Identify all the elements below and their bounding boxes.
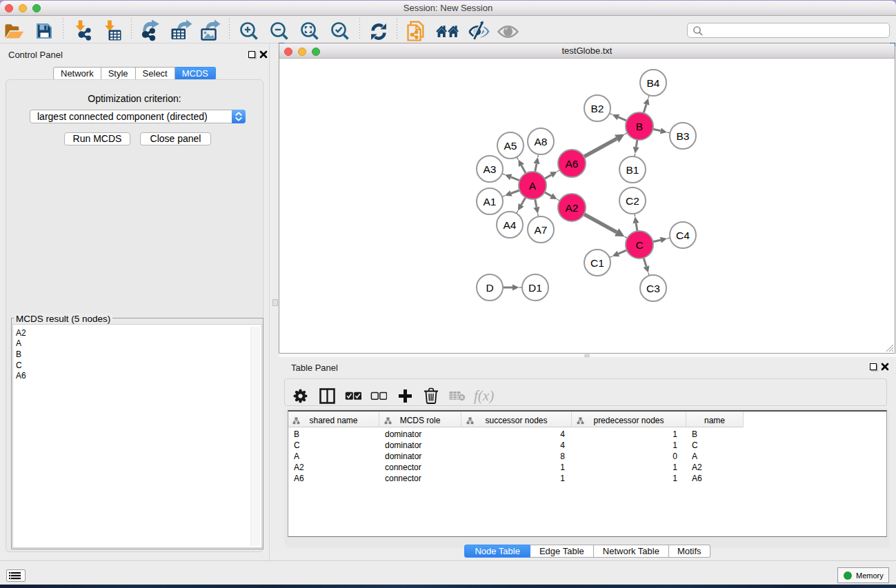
svg-text:B4: B4	[647, 77, 660, 89]
svg-text:C: C	[635, 239, 643, 251]
svg-text:D: D	[486, 282, 493, 294]
svg-text:C1: C1	[590, 257, 604, 269]
svg-text:A6: A6	[566, 158, 579, 170]
svg-text:B2: B2	[591, 103, 604, 114]
svg-text:D1: D1	[528, 282, 542, 294]
svg-text:A: A	[529, 180, 537, 192]
svg-text:C3: C3	[646, 283, 660, 294]
svg-text:A8: A8	[535, 136, 548, 148]
svg-text:A1: A1	[484, 196, 497, 207]
svg-text:B3: B3	[677, 130, 690, 142]
svg-text:C2: C2	[626, 195, 639, 207]
svg-text:B: B	[636, 121, 643, 132]
svg-text:A5: A5	[504, 140, 517, 152]
svg-text:A2: A2	[566, 202, 579, 214]
svg-text:C4: C4	[676, 230, 690, 241]
svg-text:B1: B1	[626, 164, 639, 176]
svg-text:A4: A4	[504, 219, 517, 231]
svg-text:A7: A7	[535, 224, 548, 236]
svg-text:A3: A3	[484, 163, 497, 175]
